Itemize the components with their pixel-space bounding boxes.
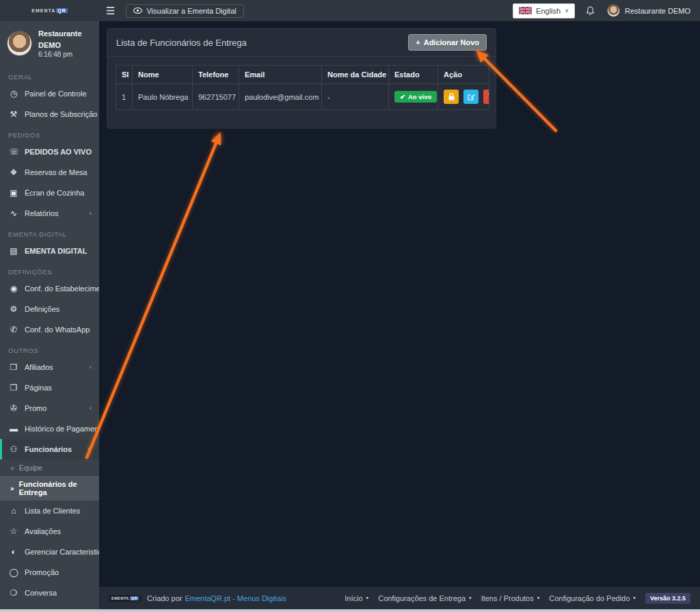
annotation-arrow-content: [87, 142, 217, 457]
affiliates-icon: ❒: [9, 362, 18, 372]
chevron-down-icon: ∨: [565, 8, 569, 14]
footer-link-configuracoes-de-entrega[interactable]: Configurações de Entrega: [378, 594, 471, 602]
section-label-outros: OUTROS: [0, 340, 99, 357]
notifications-bell-button[interactable]: [586, 6, 595, 16]
language-selected-label: English: [536, 7, 561, 15]
sidebar-item-label: Páginas: [25, 384, 52, 392]
section-label-geral: GERAL: [0, 66, 99, 83]
footer-credit-text: Criado por: [147, 594, 182, 602]
live-orders-icon: ☏: [9, 147, 18, 157]
column-header-acao: Ação: [438, 66, 489, 84]
star-icon: ☆: [9, 527, 18, 536]
clients-icon: ⌂: [9, 506, 18, 516]
sidebar-item-reservas-de-mesa[interactable]: ❖Reservas de Mesa: [0, 162, 99, 183]
hamburger-icon[interactable]: ☰: [106, 5, 115, 17]
reports-icon: ∿: [9, 209, 18, 218]
submenu-arrow-icon: »: [10, 485, 14, 492]
footer-link-configuracao-do-pedido[interactable]: Configuração do Pedido: [549, 594, 636, 602]
circle-icon: ◯: [9, 568, 18, 577]
bell-icon: [586, 6, 595, 16]
sidebar: Restaurante DEMO 6:16:48 pm GERAL ◷Paine…: [0, 21, 99, 609]
topbar-user-menu[interactable]: Restaurante DEMO: [607, 4, 690, 17]
kitchen-screen-icon: ▣: [9, 188, 18, 198]
sidebar-item-lista-de-clientes[interactable]: ⌂Lista de Clientes: [0, 501, 99, 521]
sidebar-item-planos-de-subscricao[interactable]: ⚒Planos de Subscrição: [0, 104, 99, 124]
footer-link-itens-produtos[interactable]: Itens / Produtos: [481, 594, 540, 602]
table-reservation-icon: ❖: [9, 168, 18, 177]
sidebar-subitem-equipe[interactable]: »Equipe: [0, 460, 99, 476]
sidebar-item-afiliados[interactable]: ❒Afiliados‹: [0, 357, 99, 377]
dashboard-icon: ◷: [9, 89, 18, 98]
eye-icon: [133, 8, 142, 14]
gear-icon: ⚙: [9, 304, 18, 314]
sidebar-item-promocao[interactable]: ◯Promoção: [0, 562, 99, 583]
footer-brand-logo: EMENTAQR: [109, 595, 142, 602]
sidebar-item-historico-de-pagamentos[interactable]: ▬Histórico de Pagamentos: [0, 418, 99, 439]
sidebar-item-label: Conf. do WhatsApp: [25, 325, 90, 334]
cell-nome: Paulo Nóbrega: [133, 84, 193, 110]
sidebar-item-avaliacoes[interactable]: ☆Avaliações: [0, 521, 99, 542]
avatar: [607, 4, 620, 17]
submenu-arrow-icon: »: [10, 464, 14, 472]
sidebar-item-gerenciar-caracteristicas[interactable]: ◐Gerenciar Caracteristicas: [0, 542, 99, 562]
column-header-telefone: Telefone: [193, 66, 239, 84]
cell-si: 1: [116, 84, 133, 110]
sidebar-item-label: Écran de Cozinha: [25, 189, 84, 197]
delivery-employees-card: Lista de Funcionários de Entrega + Adici…: [107, 28, 496, 129]
sidebar-item-conf-do-whatsapp[interactable]: ✆Conf. do WhatsApp‹: [0, 319, 99, 340]
sidebar-item-paginas[interactable]: ❐Páginas: [0, 377, 99, 398]
column-header-si: SI: [116, 66, 133, 84]
sidebar-item-label: Lista de Clientes: [25, 507, 80, 515]
footer-brand-accent: QR: [130, 596, 139, 600]
add-new-button[interactable]: + Adicionar Novo: [408, 34, 487, 51]
sidebar-item-funcionarios[interactable]: ⚇Funcionários∨: [0, 439, 99, 460]
add-new-button-label: Adicionar Novo: [424, 38, 479, 46]
edit-button[interactable]: [463, 90, 479, 104]
sidebar-subitem-funcionarios-de-entrega[interactable]: »Funcionários de Entrega: [0, 476, 99, 501]
sidebar-item-label: Promo: [25, 404, 46, 412]
section-label-ementa-digital: EMENTA DIGITAL: [0, 224, 99, 241]
preview-digital-menu-button[interactable]: Visualizar a Ementa Digital: [126, 4, 243, 18]
column-header-estado: Estado: [389, 66, 438, 84]
sidebar-item-label: EMENTA DIGITAL: [25, 247, 87, 255]
sidebar-item-label: Definições: [25, 305, 59, 313]
cell-cidade: -: [322, 84, 389, 110]
plus-icon: +: [416, 38, 420, 46]
chevron-left-icon: ‹: [90, 364, 92, 371]
avatar: [7, 31, 32, 56]
footer-credit-link[interactable]: EmentaQR.pt - Menus Digitais: [185, 594, 286, 602]
chevron-left-icon: ‹: [90, 210, 92, 217]
sidebar-item-conf-do-estabelecimento[interactable]: ◉Conf. do Estabelecimento: [0, 278, 99, 299]
sidebar-user-panel[interactable]: Restaurante DEMO 6:16:48 pm: [0, 21, 99, 66]
sidebar-item-painel-de-controle[interactable]: ◷Painel de Controle: [0, 83, 99, 104]
chevron-left-icon: ‹: [90, 405, 92, 412]
status-badge: ✔Ao vivo: [394, 91, 437, 103]
lock-button[interactable]: [444, 90, 459, 104]
toggle-icon: ◐: [9, 547, 18, 557]
footer: EMENTAQR Criado por EmentaQR.pt - Menus …: [99, 587, 700, 609]
employees-icon: ⚇: [9, 444, 18, 454]
sidebar-item-conversa[interactable]: ❍Conversa: [0, 583, 99, 603]
brand-logo-text: EMENTA: [31, 8, 55, 13]
sidebar-item-ementa-digital[interactable]: ▤EMENTA DIGITAL‹: [0, 241, 99, 261]
sidebar-item-label: Reservas de Mesa: [25, 168, 88, 176]
sidebar-item-label: Relatórios: [25, 209, 59, 217]
table-row: 1 Paulo Nóbrega 962715077 paulodive@gmai…: [116, 84, 489, 110]
sidebar-item-ecran-de-cozinha[interactable]: ▣Écran de Cozinha: [0, 183, 99, 203]
check-icon: ✔: [400, 93, 405, 101]
sidebar-item-label: Avaliações: [25, 527, 61, 535]
footer-link-inicio[interactable]: Início: [345, 594, 368, 602]
edit-icon: [468, 93, 475, 101]
chevron-down-icon: ∨: [87, 446, 92, 453]
establishment-icon: ◉: [9, 284, 18, 293]
sidebar-item-relatorios[interactable]: ∿Relatórios‹: [0, 203, 99, 224]
sidebar-item-pedidos-ao-vivo[interactable]: ☏PEDIDOS AO VIVO: [0, 142, 99, 162]
sidebar-item-definicoes[interactable]: ⚙Definições: [0, 299, 99, 319]
employees-table: SI Nome Telefone Email Nome da Cidade Es…: [116, 65, 489, 110]
sidebar-item-label: Funcionários: [25, 445, 72, 453]
delete-button[interactable]: [483, 90, 489, 104]
page-title: Lista de Funcionários de Entrega: [116, 38, 247, 48]
brand-logo[interactable]: EMENTAQR: [0, 8, 99, 13]
sidebar-item-promo[interactable]: ✇Promo‹: [0, 398, 99, 418]
language-selector[interactable]: English ∨: [513, 3, 575, 18]
